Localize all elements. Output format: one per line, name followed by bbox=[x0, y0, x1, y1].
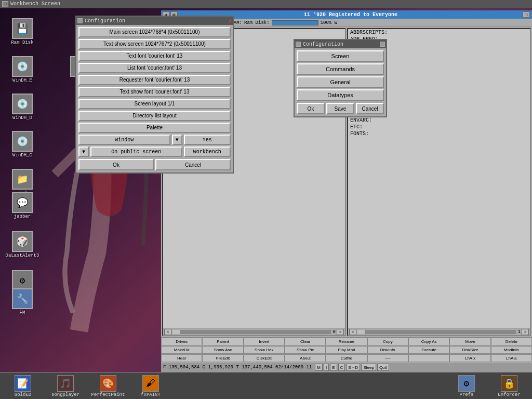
taskbar-icon-enforcer[interactable]: 🔒 Enforcer bbox=[488, 374, 530, 398]
public-screen-arrow-btn[interactable]: ▼ bbox=[78, 147, 89, 157]
enforcer-label: Enforcer bbox=[498, 392, 520, 397]
lha-x-btn[interactable]: LhA x bbox=[449, 354, 490, 362]
cutfile-btn[interactable]: Cutfile bbox=[326, 354, 367, 362]
fileedit-btn[interactable]: FileEdit bbox=[202, 354, 243, 362]
e-btn[interactable]: E bbox=[330, 364, 337, 371]
i-btn[interactable]: I bbox=[324, 364, 329, 371]
left-scroll-track[interactable] bbox=[172, 330, 331, 334]
play-mod-btn[interactable]: Play Mod bbox=[326, 346, 367, 354]
desktop-icon-ram-disk[interactable]: 💾 Ram Disk bbox=[4, 18, 41, 45]
left-scroll-pos: 0 bbox=[333, 329, 336, 335]
desktop-icon-jabber[interactable]: 💬 jabber bbox=[4, 192, 41, 219]
right-scroll-right-btn[interactable]: > bbox=[522, 329, 529, 335]
invert-btn[interactable]: Invert bbox=[244, 338, 285, 345]
diskedit-btn[interactable]: DiskEdit bbox=[244, 354, 285, 362]
toolbar-row-1: Drives Parent Invert Clear Rename Copy C… bbox=[161, 338, 532, 346]
lha-a-btn[interactable]: LhA a bbox=[491, 354, 532, 362]
perfectpaint-label: PerfectPaint bbox=[91, 392, 125, 397]
status-text: F 135,504,584 C 1,935,920 T 137,440,504 … bbox=[163, 365, 312, 370]
status-bar: F 135,504,584 C 1,935,920 T 137,440,504 … bbox=[161, 363, 532, 372]
inner-config-title: Configuration bbox=[303, 42, 343, 47]
file-entry[interactable]: ETC: bbox=[348, 124, 530, 130]
desktop-icon-windh-c[interactable]: 💿 WinDH_C bbox=[4, 131, 41, 158]
text-show-font-btn[interactable]: Text show font 'courier.font' 13 bbox=[78, 87, 231, 97]
taskbar-icon-golded[interactable]: 📝 GoldED bbox=[2, 374, 44, 398]
dash-btn[interactable]: ---- bbox=[367, 354, 408, 362]
requester-font-btn[interactable]: Requester font 'courier.font' 13 bbox=[78, 75, 231, 85]
rename-btn[interactable]: Rename bbox=[326, 338, 367, 345]
list-font-btn[interactable]: List font 'courier.font' 13 bbox=[78, 63, 231, 73]
parent-btn[interactable]: Parent bbox=[202, 338, 243, 345]
config-ok-btn[interactable]: Ok bbox=[78, 159, 154, 170]
diskinfo-btn[interactable]: DiskInfo bbox=[367, 346, 408, 354]
disksize-btn[interactable]: DiskSize bbox=[449, 346, 490, 354]
delete-btn[interactable]: Delete bbox=[491, 338, 532, 345]
right-scroll-track[interactable] bbox=[357, 330, 516, 334]
right-scroll-thumb[interactable] bbox=[357, 330, 365, 334]
clear-btn[interactable]: Clear bbox=[285, 338, 326, 345]
file-entry[interactable]: FONTS: bbox=[348, 130, 530, 137]
makedir-btn[interactable]: MakeDir bbox=[161, 346, 202, 354]
ram-disk-label: Ram Disk: bbox=[244, 20, 270, 25]
inner-datatypes-btn[interactable]: Datatypes bbox=[297, 89, 384, 101]
left-scroll-right-btn[interactable]: > bbox=[337, 329, 344, 335]
taskbar-icon-songplayer[interactable]: 🎵 songplayer bbox=[45, 374, 86, 398]
hear-btn[interactable]: Hear bbox=[161, 354, 202, 362]
perfectpaint-icon: 🎨 bbox=[100, 375, 116, 392]
main-window-zoom-btn[interactable]: □ bbox=[523, 11, 530, 18]
palette-btn[interactable]: Palette bbox=[78, 123, 231, 133]
drives-btn[interactable]: Drives bbox=[161, 338, 202, 345]
config-ok-cancel-row: Ok Cancel bbox=[78, 159, 231, 170]
left-scroll-left-btn[interactable]: < bbox=[164, 329, 171, 335]
quit-btn[interactable]: Quit bbox=[377, 364, 389, 371]
inner-config-ok-row: Ok Save Cancel bbox=[297, 103, 384, 114]
taskbar-icon-prefs[interactable]: ⚙ Prefs bbox=[446, 374, 487, 398]
show-pic-btn[interactable]: Show Pic bbox=[285, 346, 326, 354]
text-font-btn[interactable]: Text font 'courier.font' 13 bbox=[78, 51, 231, 61]
inner-screen-btn[interactable]: Screen bbox=[297, 50, 384, 62]
right-scroll-left-btn[interactable]: < bbox=[349, 329, 356, 335]
execute-btn[interactable]: Execute bbox=[408, 346, 449, 354]
inner-ok-btn[interactable]: Ok bbox=[297, 103, 325, 114]
desktop-icon-fm[interactable]: 🔧 FM bbox=[4, 288, 41, 315]
workbench-btn[interactable]: Workbench bbox=[184, 147, 231, 157]
dir-list-layout-btn[interactable]: Directory list layout bbox=[78, 111, 231, 121]
inner-config-close-btn[interactable] bbox=[296, 42, 301, 47]
inner-config-zoom-btn[interactable] bbox=[380, 42, 385, 47]
file-entry[interactable]: ENVARC: bbox=[348, 117, 530, 124]
modinfo-btn[interactable]: ModInfo bbox=[491, 346, 532, 354]
desktop-icon-dalastalert[interactable]: 🎲 DaLastAlert3 bbox=[4, 231, 41, 258]
config-cancel-btn[interactable]: Cancel bbox=[155, 159, 231, 170]
desktop-icon-windh-d[interactable]: 💿 WinDH_D bbox=[4, 94, 41, 121]
inner-general-btn[interactable]: General bbox=[297, 76, 384, 88]
config-close-btn[interactable] bbox=[77, 18, 83, 23]
inner-commands-btn[interactable]: Commands bbox=[297, 63, 384, 75]
inner-cancel-btn[interactable]: Cancel bbox=[356, 103, 384, 114]
screen-close-btn[interactable]: □ bbox=[2, 1, 8, 7]
left-scroll-thumb[interactable] bbox=[172, 330, 180, 334]
desktop-icon-windh-e[interactable]: 💿 WinDH_E bbox=[4, 56, 41, 83]
enforcer-icon: 🔒 bbox=[501, 375, 517, 392]
about-btn[interactable]: About bbox=[285, 354, 326, 362]
show-asc-btn[interactable]: Show Asc bbox=[202, 346, 243, 354]
m-btn[interactable]: M bbox=[315, 364, 323, 371]
taskbar-icon-perfectpaint[interactable]: 🎨 PerfectPaint bbox=[87, 374, 129, 398]
prefs-icon: ⚙ bbox=[458, 375, 475, 392]
show-hex-btn[interactable]: Show Hex bbox=[244, 346, 285, 354]
inner-save-btn[interactable]: Save bbox=[326, 103, 354, 114]
c-btn[interactable]: C bbox=[338, 364, 345, 371]
window-row: Window ▼ Yes bbox=[78, 135, 231, 145]
file-entry[interactable]: ABDRSCRIPTS: bbox=[348, 29, 530, 36]
taskbar-icon-fxpaint[interactable]: 🖌 fxPAINT bbox=[130, 374, 171, 398]
text-show-screen-btn[interactable]: Text show screen 1024*767*2 (0x50011100) bbox=[78, 39, 231, 49]
main-screen-btn[interactable]: Main screen 532*399*4 (0x50011100) bbox=[78, 27, 231, 37]
screen-layout-btn[interactable]: Screen layout 1/1 bbox=[78, 99, 231, 109]
prefs-label: Prefs bbox=[459, 392, 473, 397]
copy-btn[interactable]: Copy bbox=[367, 338, 408, 345]
sleep-btn[interactable]: Sleep bbox=[361, 364, 376, 371]
window-arrow-btn[interactable]: ▼ bbox=[172, 135, 182, 145]
work-icon: 📁 bbox=[12, 169, 33, 190]
s-d-btn[interactable]: S→D bbox=[346, 364, 360, 371]
move-btn[interactable]: Move bbox=[449, 338, 490, 345]
copy-as-btn[interactable]: Copy As bbox=[408, 338, 449, 345]
